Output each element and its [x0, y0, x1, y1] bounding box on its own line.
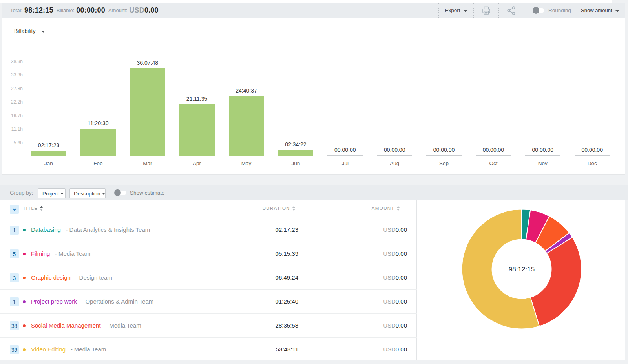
- svg-text:98:12:15: 98:12:15: [509, 266, 535, 273]
